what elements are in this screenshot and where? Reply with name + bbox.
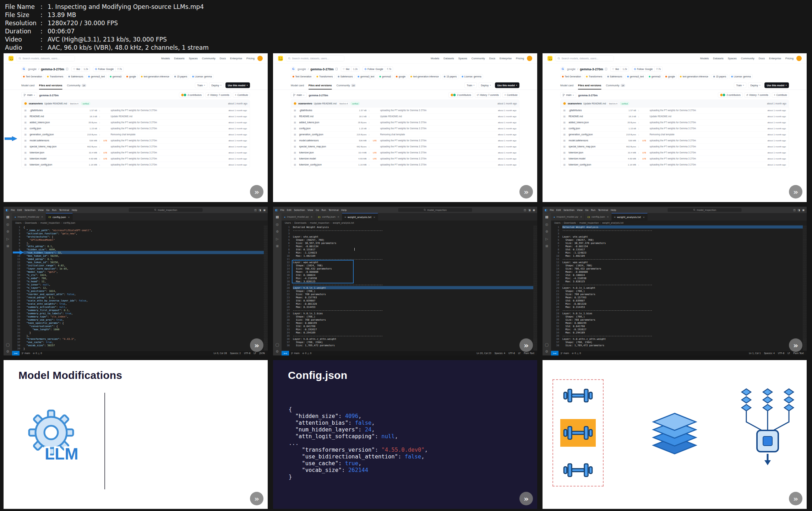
tab-files-and-versions[interactable]: Files and versions: [309, 84, 332, 89]
nav-item-enterprise[interactable]: Enterprise: [500, 57, 512, 60]
menu-file[interactable]: File: [550, 208, 554, 211]
file-name[interactable]: config.json: [299, 127, 349, 130]
download-icon[interactable]: ↓: [97, 157, 102, 160]
file-name[interactable]: special_tokens_map.json: [569, 145, 618, 148]
download-icon[interactable]: ↓: [636, 157, 641, 160]
file-row[interactable]: ▤config.json1.15 kB↓uploading the PT wei…: [291, 125, 519, 131]
model-name[interactable]: gemma-3-270m: [41, 67, 64, 71]
branch-selector[interactable]: main ▾: [291, 92, 306, 98]
thumbnail-hf-3[interactable]: Search models, datasets, users... Models…: [543, 53, 807, 202]
code-editor[interactable]: 1234567891011121314151617181920212223242…: [551, 225, 807, 351]
explorer-icon[interactable]: ▤: [6, 215, 10, 219]
thumbnail-hf-1[interactable]: Search models, datasets, users... Models…: [4, 53, 268, 202]
download-icon[interactable]: ↓: [367, 115, 372, 118]
breadcrumb-item[interactable]: Downloads: [25, 222, 37, 224]
breadcrumb-item[interactable]: Users: [15, 222, 22, 224]
breadcrumb-item[interactable]: model_inspection: [579, 222, 599, 224]
file-name[interactable]: special_tokens_map.json: [30, 145, 80, 148]
history-button[interactable]: ↺ History: 7 commits: [205, 92, 231, 98]
file-row[interactable]: ▤.gitattributes1.57 kB↓uploading the PT …: [22, 107, 250, 113]
file-commit-message[interactable]: uploading the PT weights for Gemma 3 270…: [111, 109, 215, 112]
copy-icon[interactable]: [336, 68, 338, 70]
download-icon[interactable]: ↓: [636, 109, 641, 112]
file-row[interactable]: ▤.gitattributes1.57 kB↓uploading the PT …: [561, 107, 789, 113]
breadcrumb-item[interactable]: model_inspection: [40, 222, 60, 224]
tag-pill[interactable]: Transformers: [584, 74, 604, 79]
commit-message[interactable]: Update README.md: [314, 102, 337, 105]
thumbnail-vscode-config[interactable]: ◧ FileEditSelectionViewGoRunTerminalHelp…: [4, 207, 268, 355]
download-icon[interactable]: ↓: [97, 133, 102, 136]
file-name[interactable]: added_tokens.json: [30, 121, 80, 124]
file-name[interactable]: tokenizer.json: [299, 151, 349, 154]
download-icon[interactable]: ↓: [367, 157, 372, 160]
branch-selector[interactable]: main ▾: [560, 92, 576, 98]
nav-item-docs[interactable]: Docs: [759, 57, 765, 60]
hugging-face-logo-icon[interactable]: [547, 56, 552, 61]
tab-model-card[interactable]: Model card: [560, 84, 573, 89]
remote-indicator[interactable]: ><: [551, 351, 558, 355]
use-this-model-button[interactable]: Use this model▾: [225, 82, 250, 88]
file-name[interactable]: model.safetensors: [569, 139, 618, 142]
file-row[interactable]: ▤config.json1.15 kB↓uploading the PT wei…: [22, 125, 250, 131]
like-button[interactable]: ♡like 1.2k: [341, 66, 359, 72]
menu-go[interactable]: Go: [46, 208, 49, 211]
nav-item-community[interactable]: Community: [741, 57, 754, 60]
menu-edit[interactable]: Edit: [17, 208, 22, 211]
code-editor[interactable]: 1234567891011121314151617181920212223242…: [282, 225, 537, 351]
contributors-chip[interactable]: 2 contributors: [448, 92, 473, 98]
branch-selector[interactable]: main ▾: [21, 92, 37, 98]
user-avatar[interactable]: [257, 56, 263, 61]
download-icon[interactable]: ↓: [636, 151, 641, 154]
file-name[interactable]: special_tokens_map.json: [299, 145, 349, 148]
file-row[interactable]: ▤model.safetensors536 MB↓LFSuploading th…: [22, 137, 250, 143]
tag-pill[interactable]: Safetensors: [66, 74, 85, 79]
tag-pill[interactable]: text-generation-inference: [678, 74, 710, 79]
status-item[interactable]: Spaces: 4: [495, 352, 505, 355]
status-item[interactable]: UTF-8: [778, 352, 784, 355]
extensions-icon[interactable]: ⊞: [276, 244, 279, 248]
file-commit-message[interactable]: Update README.md: [111, 115, 215, 118]
file-row[interactable]: ▤README.md18.3 kB↓Update README.mdabout …: [291, 113, 519, 119]
tag-pill[interactable]: Text Generation: [291, 74, 313, 79]
file-name[interactable]: README.md: [299, 115, 349, 118]
like-button[interactable]: ♡like 1.2k: [71, 66, 90, 72]
file-commit-message[interactable]: uploading the PT weights for Gemma 3 270…: [111, 121, 215, 124]
breadcrumb-item[interactable]: config.json: [63, 222, 75, 224]
contributors-chip[interactable]: 2 contributors: [179, 92, 203, 98]
menu-view[interactable]: View: [307, 208, 313, 211]
train-button[interactable]: Train▾: [734, 82, 746, 88]
file-name[interactable]: tokenizer.json: [569, 151, 618, 154]
editor-tab[interactable]: {}config.json×: [315, 213, 342, 221]
tag-pill[interactable]: License: gemma: [190, 74, 213, 79]
settings-gear-icon[interactable]: ⚙: [276, 349, 279, 353]
problems-indicator[interactable]: ⊘0 △0: [303, 352, 312, 355]
tab-files-and-versions[interactable]: Files and versions: [39, 84, 62, 89]
commit-hash[interactable]: 9bb5dc4: [338, 102, 349, 105]
file-commit-message[interactable]: uploading the PT weights for Gemma 3 270…: [380, 163, 485, 166]
file-row[interactable]: ▤added_tokens.json35 Bytes↓uploading the…: [291, 119, 519, 125]
file-commit-message[interactable]: uploading the PT weights for Gemma 3 270…: [380, 139, 485, 142]
minimap[interactable]: [533, 225, 537, 351]
google-logo-icon[interactable]: G: [21, 67, 26, 72]
file-row[interactable]: ▤generation_config.json215 Bytes↓Removin…: [561, 131, 789, 137]
menu-view[interactable]: View: [577, 208, 583, 211]
download-icon[interactable]: ↓: [367, 133, 372, 136]
status-item[interactable]: UTF-8: [244, 352, 250, 355]
toggle-sidebar-icon[interactable]: ◨: [528, 208, 531, 211]
nav-item-community[interactable]: Community: [202, 57, 216, 60]
file-row[interactable]: ▤tokenizer.json33.4 MB↓LFSuploading the …: [561, 150, 789, 156]
org-link[interactable]: google: [567, 67, 576, 71]
tag-pill[interactable]: 15 papers: [442, 74, 458, 79]
status-item[interactable]: Spaces: 2: [230, 352, 241, 355]
follow-button[interactable]: GFollowGoogle 7.7k: [93, 66, 124, 72]
file-row[interactable]: ▤special_tokens_map.json662 Bytes↓upload…: [22, 143, 250, 150]
editor-tab[interactable]: ◆inspect_model.py×: [282, 213, 315, 221]
hugging-face-logo-icon[interactable]: [9, 56, 13, 61]
deploy-button[interactable]: Deploy▾: [748, 82, 763, 88]
like-count[interactable]: 1.2k: [351, 67, 359, 72]
search-view-icon[interactable]: ◎: [276, 222, 279, 226]
file-row[interactable]: ▤tokenizer.model4.69 MB↓LFSuploading the…: [561, 156, 789, 162]
tag-pill[interactable]: gemma3_text: [356, 74, 376, 79]
nav-item-models[interactable]: Models: [161, 57, 170, 60]
file-commit-message[interactable]: uploading the PT weights for Gemma 3 270…: [380, 121, 485, 124]
